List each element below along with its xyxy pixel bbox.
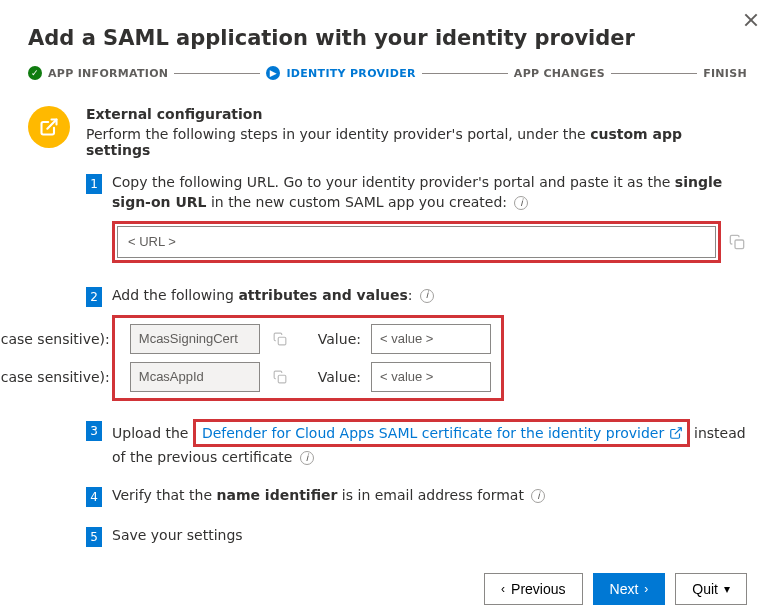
quit-button[interactable]: Quit ▾ xyxy=(675,573,747,605)
external-link-icon xyxy=(28,106,70,148)
copy-icon[interactable] xyxy=(270,329,290,349)
attributes-highlight: Attribute (case sensitive): Value: Attri… xyxy=(112,315,504,401)
attribute-label: Attribute (case sensitive): xyxy=(0,329,110,349)
active-step-icon: ▶ xyxy=(266,66,280,80)
step-app-changes[interactable]: APP CHANGES xyxy=(514,67,605,80)
config-step-4: 4 Verify that the name identifier is in … xyxy=(86,485,747,507)
svg-rect-2 xyxy=(278,337,286,345)
chevron-left-icon: ‹ xyxy=(501,582,505,596)
step-divider xyxy=(611,73,697,74)
section-title: External configuration xyxy=(86,106,747,122)
step-number: 3 xyxy=(86,421,102,441)
external-config-section: External configuration Perform the follo… xyxy=(28,106,747,547)
highlight-box: Defender for Cloud Apps SAML certificate… xyxy=(193,419,690,447)
check-circle-icon: ✓ xyxy=(28,66,42,80)
wizard-dialog: Add a SAML application with your identit… xyxy=(0,0,775,608)
external-link-icon xyxy=(669,426,683,440)
info-icon[interactable] xyxy=(531,489,545,503)
svg-line-4 xyxy=(674,428,680,434)
next-button[interactable]: Next › xyxy=(593,573,666,605)
chevron-right-icon: › xyxy=(644,582,648,596)
attribute-value-1[interactable] xyxy=(371,324,491,354)
dialog-footer: ‹ Previous Next › Quit ▾ xyxy=(28,573,747,605)
info-icon[interactable] xyxy=(420,289,434,303)
saml-certificate-link[interactable]: Defender for Cloud Apps SAML certificate… xyxy=(202,425,683,441)
step-divider xyxy=(174,73,260,74)
step-finish[interactable]: FINISH xyxy=(703,67,747,80)
close-icon[interactable] xyxy=(743,12,759,28)
value-label: Value: xyxy=(300,329,361,349)
chevron-down-icon: ▾ xyxy=(724,582,730,596)
step-number: 1 xyxy=(86,174,102,194)
step-number: 5 xyxy=(86,527,102,547)
attribute-label: Attribute (case sensitive): xyxy=(0,367,110,387)
config-step-5: 5 Save your settings xyxy=(86,525,747,547)
step-number: 4 xyxy=(86,487,102,507)
attribute-name-2[interactable] xyxy=(130,362,260,392)
info-icon[interactable] xyxy=(300,451,314,465)
highlight-box xyxy=(112,221,721,263)
config-step-1: 1 Copy the following URL. Go to your ide… xyxy=(86,172,747,267)
section-description: Perform the following steps in your iden… xyxy=(86,126,747,158)
value-label: Value: xyxy=(300,367,361,387)
svg-line-0 xyxy=(47,120,56,129)
sso-url-field[interactable] xyxy=(117,226,716,258)
step-identity-provider[interactable]: ▶ IDENTITY PROVIDER xyxy=(266,66,415,80)
dialog-title: Add a SAML application with your identit… xyxy=(28,26,747,50)
svg-rect-1 xyxy=(735,240,744,249)
copy-icon[interactable] xyxy=(727,232,747,252)
step-app-information[interactable]: ✓ APP INFORMATION xyxy=(28,66,168,80)
svg-rect-3 xyxy=(278,375,286,383)
step-divider xyxy=(422,73,508,74)
attribute-name-1[interactable] xyxy=(130,324,260,354)
copy-icon[interactable] xyxy=(270,367,290,387)
wizard-stepper: ✓ APP INFORMATION ▶ IDENTITY PROVIDER AP… xyxy=(28,66,747,80)
previous-button[interactable]: ‹ Previous xyxy=(484,573,582,605)
step-number: 2 xyxy=(86,287,102,307)
config-step-3: 3 Upload the Defender for Cloud Apps SAM… xyxy=(86,419,747,468)
attribute-value-2[interactable] xyxy=(371,362,491,392)
info-icon[interactable] xyxy=(514,196,528,210)
config-step-2: 2 Add the following attributes and value… xyxy=(86,285,747,401)
